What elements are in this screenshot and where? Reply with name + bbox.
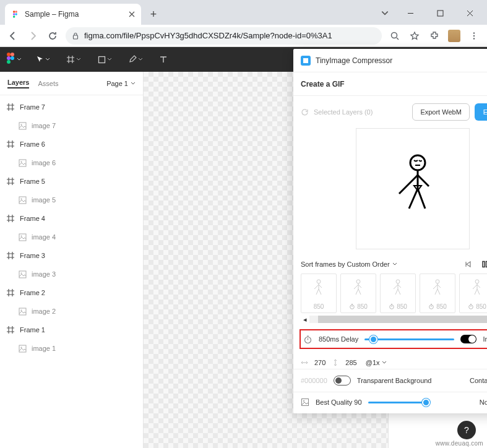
layer-image-row[interactable]: image 6: [0, 153, 143, 172]
layer-frame-row[interactable]: Frame 2: [0, 283, 143, 302]
layer-frame-row[interactable]: Frame 1: [0, 321, 143, 339]
frame-icon: [66, 55, 75, 64]
layer-image-row[interactable]: image 3: [0, 265, 143, 283]
contain-images-dropdown[interactable]: Contain Images: [470, 377, 487, 384]
frame-icon: [6, 103, 15, 111]
quality-slider[interactable]: [368, 397, 430, 407]
layers-tab[interactable]: Layers: [7, 79, 29, 88]
address-bar[interactable]: figma.com/file/PpspCvHY3g5dhdCXSDZr4k/Sa…: [66, 27, 382, 45]
nav-back-button[interactable]: [4, 27, 22, 45]
selected-layers-label: Selected Layers (0): [314, 108, 373, 116]
delay-value[interactable]: 850ms Delay: [319, 335, 358, 343]
delay-slider[interactable]: [364, 334, 454, 344]
new-tab-button[interactable]: +: [145, 6, 162, 23]
frame-icon: [6, 288, 15, 297]
frame-thumbnail[interactable]: 850: [459, 274, 487, 313]
image-icon: [19, 345, 27, 353]
layer-frame-row[interactable]: Frame 5: [0, 172, 143, 191]
svg-point-1: [15, 11, 17, 13]
window-minimize-button[interactable]: [397, 4, 424, 22]
text-tool-button[interactable]: [151, 47, 176, 72]
transparent-bg-label: Transparent Background: [357, 377, 432, 384]
browser-tab[interactable]: Sample – Figma: [5, 4, 141, 25]
svg-rect-5: [437, 11, 443, 16]
image-icon: [19, 122, 27, 130]
svg-point-8: [473, 32, 475, 33]
pen-icon: [128, 55, 137, 64]
svg-point-34: [410, 155, 425, 170]
image-icon: [19, 196, 27, 204]
layer-image-row[interactable]: image 4: [0, 228, 143, 246]
chevron-down-icon: [382, 360, 387, 365]
zoom-search-icon[interactable]: [386, 27, 404, 45]
move-tool-button[interactable]: [27, 47, 58, 72]
chevron-down-icon: [45, 57, 50, 62]
export-gif-button[interactable]: Export GIF: [475, 103, 487, 121]
frame-thumbnail[interactable]: 850: [380, 274, 416, 313]
browser-tab-title: Sample – Figma: [25, 10, 124, 19]
timer-icon: [389, 303, 395, 309]
layer-image-row[interactable]: image 2: [0, 302, 143, 321]
svg-point-2: [13, 13, 15, 15]
transparent-bg-toggle[interactable]: [334, 376, 351, 386]
timer-icon: [428, 303, 434, 309]
tab-overflow-icon[interactable]: [381, 9, 389, 17]
bg-color-input[interactable]: #000000: [301, 377, 327, 384]
profile-avatar[interactable]: [445, 27, 463, 45]
refresh-icon[interactable]: [301, 108, 309, 116]
infinite-toggle[interactable]: [460, 335, 476, 343]
layer-image-row[interactable]: image 1: [0, 339, 143, 358]
assets-tab[interactable]: Assets: [38, 80, 58, 87]
image-icon: [301, 398, 309, 407]
window-maximize-button[interactable]: [426, 4, 454, 22]
pause-icon[interactable]: [481, 260, 487, 269]
shape-tool-button[interactable]: [89, 47, 120, 72]
svg-rect-48: [302, 399, 309, 406]
height-input[interactable]: 285: [345, 359, 356, 366]
svg-point-11: [7, 53, 11, 56]
layer-frame-row[interactable]: Frame 7: [0, 98, 143, 116]
extensions-icon[interactable]: [425, 27, 444, 45]
svg-point-37: [317, 280, 321, 283]
pen-tool-button[interactable]: [120, 47, 151, 72]
svg-point-3: [15, 13, 17, 15]
chevron-down-icon: [392, 262, 397, 267]
layer-frame-row[interactable]: Frame 6: [0, 135, 143, 153]
figma-menu-button[interactable]: [0, 47, 27, 72]
scroll-left-button[interactable]: ◂: [301, 316, 309, 324]
width-input[interactable]: 270: [314, 359, 325, 366]
layer-image-row[interactable]: image 5: [0, 191, 143, 209]
help-button[interactable]: ?: [457, 421, 476, 439]
thumb-scrollbar[interactable]: [309, 316, 487, 323]
sort-order-dropdown[interactable]: Sort frames by Custom Order: [301, 261, 397, 268]
page-selector[interactable]: Page 1: [106, 80, 136, 87]
lock-icon: [72, 32, 79, 40]
chevron-down-icon: [138, 57, 143, 62]
window-close-button[interactable]: [456, 4, 483, 22]
dithering-dropdown[interactable]: No Dithering: [480, 398, 487, 406]
image-icon: [19, 233, 27, 241]
frame-tool-button[interactable]: [58, 47, 89, 72]
gif-preview: [356, 128, 470, 249]
frame-thumbnail[interactable]: 850: [340, 274, 376, 313]
skip-back-icon[interactable]: [463, 260, 472, 269]
export-webm-button[interactable]: Export WebM: [412, 103, 469, 121]
layer-frame-row[interactable]: Frame 4: [0, 209, 143, 228]
svg-rect-19: [19, 160, 26, 166]
svg-point-24: [21, 235, 22, 236]
frame-thumbnail[interactable]: 850: [301, 274, 337, 313]
layer-image-row[interactable]: image 7: [0, 116, 143, 135]
svg-rect-27: [19, 308, 26, 315]
chrome-menu-icon[interactable]: [465, 27, 483, 45]
layer-frame-row[interactable]: Frame 3: [0, 246, 143, 265]
height-icon: [332, 359, 339, 366]
frame-icon: [6, 177, 15, 186]
svg-point-7: [392, 32, 397, 38]
svg-point-4: [13, 15, 15, 18]
bookmark-icon[interactable]: [405, 27, 424, 45]
tab-close-icon[interactable]: [129, 11, 135, 17]
scale-dropdown[interactable]: @1x: [366, 359, 387, 366]
nav-reload-button[interactable]: [43, 27, 62, 45]
image-icon: [19, 308, 27, 316]
frame-thumbnail[interactable]: 850: [420, 274, 455, 313]
